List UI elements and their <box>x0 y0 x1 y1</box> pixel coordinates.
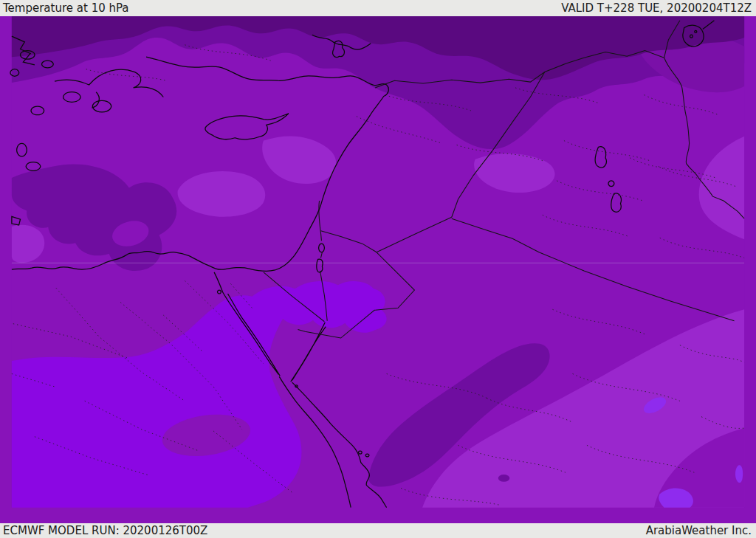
model-run-label: ECMWF MODEL RUN: 20200126T00Z <box>3 524 207 537</box>
weather-map <box>0 16 756 523</box>
footer-bar: ECMWF MODEL RUN: 20200126T00Z ArabiaWeat… <box>0 523 756 538</box>
shade-saudi-dark-spot <box>498 475 510 482</box>
brand-label: ArabiaWeather Inc. <box>646 524 752 537</box>
map-title: Temperature at 10 hPa <box>3 1 129 15</box>
valid-time-label: VALID T+228 TUE, 20200204T12Z <box>561 1 752 15</box>
temperature-shading <box>12 16 744 508</box>
temperature-map-svg <box>0 16 756 523</box>
header-bar: Temperature at 10 hPa VALID T+228 TUE, 2… <box>0 0 756 16</box>
